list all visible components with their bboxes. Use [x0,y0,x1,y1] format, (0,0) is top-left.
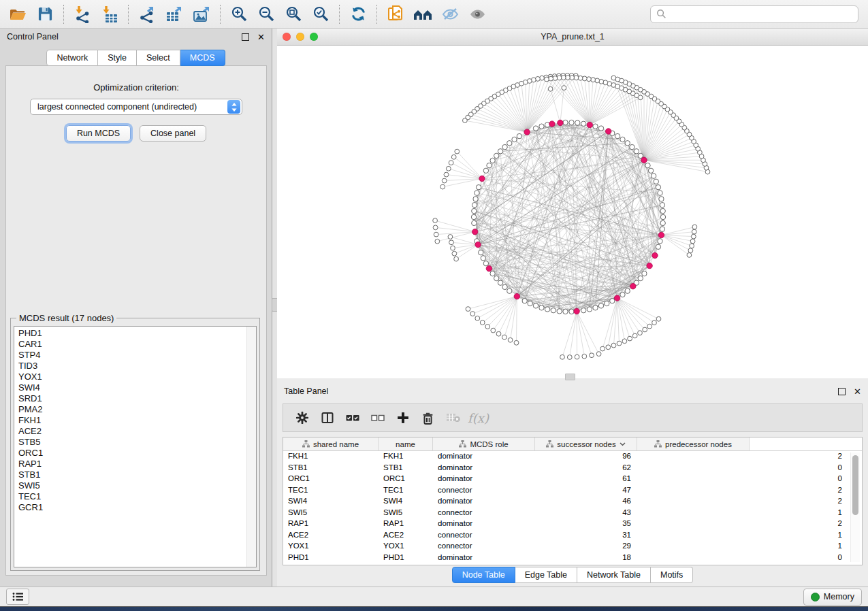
tab-select[interactable]: Select [137,50,180,66]
mcds-result-item[interactable]: ACE2 [18,426,256,437]
mcds-result-item[interactable]: PHD1 [18,328,256,339]
node-table: shared namenameMCDS rolesuccessor nodesp… [283,437,863,565]
network-title-bar[interactable]: YPA_prune.txt_1 [277,29,868,46]
search-icon [656,9,666,19]
table-settings-button[interactable] [291,408,312,428]
save-button[interactable] [31,3,59,26]
memory-button[interactable]: Memory [803,589,862,606]
status-bar: Memory [0,587,868,606]
table-row[interactable]: YOX1YOX1connector291 [283,540,862,552]
table-row[interactable]: ACE2ACE2connector311 [283,529,862,541]
mcds-result-item[interactable]: YOX1 [18,371,256,382]
mcds-result-item[interactable]: FKH1 [18,415,256,426]
toolbar-separator [339,5,340,24]
search-box[interactable] [650,5,858,23]
table-row[interactable]: TEC1TEC1connector472 [283,484,862,496]
select-all-button[interactable] [342,408,363,428]
mcds-result-item[interactable]: SWI5 [18,480,256,491]
run-mcds-button[interactable]: Run MCDS [66,125,131,142]
selected-criterion-value: largest connected component (undirected) [37,102,225,112]
table-row[interactable]: STB1STB1dominator620 [283,462,862,474]
export-image-icon [193,5,211,23]
open-button[interactable] [4,3,31,26]
toolbar-separator [220,5,221,24]
zoom-selected-button[interactable] [307,3,334,26]
table-row[interactable]: SWI4SWI4dominator462 [283,495,862,507]
table-row[interactable]: RAP1RAP1dominator352 [283,518,862,529]
zoom-fit-button[interactable] [280,3,307,26]
mcds-result-item[interactable]: CAR1 [18,339,256,350]
column-type-icon [546,440,553,448]
splitter-grip[interactable] [565,374,575,380]
tab-motifs[interactable]: Motifs [651,567,693,583]
mcds-result-list[interactable]: PHD1CAR1STP4TID3YOX1SWI4SRD1PMA2FKH1ACE2… [14,326,257,567]
zoom-in-icon [231,5,248,22]
table-row[interactable]: ORC1ORC1dominator610 [283,473,862,484]
network-canvas[interactable] [277,46,868,379]
mcds-result-item[interactable]: ORC1 [18,448,256,459]
hide-selected-button[interactable] [436,3,464,26]
mcds-result-item[interactable]: STB5 [18,437,256,448]
export-table-button[interactable] [161,3,188,26]
table-tabs: Node TableEdge TableNetwork TableMotifs [277,567,868,583]
tab-node-table[interactable]: Node Table [452,567,515,583]
table-panel-header: Table Panel ✕ [277,383,868,399]
unselect-all-button[interactable] [367,408,388,428]
mcds-result-item[interactable]: RAP1 [18,459,256,469]
tab-style[interactable]: Style [98,50,137,66]
table-panel: Table Panel ✕ [277,383,868,587]
table-row[interactable]: FKH1FKH1dominator962 [283,450,862,462]
refresh-button[interactable] [344,3,372,26]
tab-network[interactable]: Network [46,50,98,66]
import-table-button[interactable] [96,3,123,26]
table-row[interactable]: PHD1PHD1dominator180 [283,552,862,563]
tab-mcds[interactable]: MCDS [180,50,225,66]
float-panel-icon[interactable] [838,388,846,395]
control-panel-tabs: NetworkStyleSelectMCDS [0,50,272,66]
mcds-result-item[interactable]: TEC1 [18,491,256,502]
status-menu-button[interactable] [6,589,29,605]
column-header-successor-nodes[interactable]: successor nodes [535,437,637,450]
clone-network-button[interactable] [382,3,409,26]
close-panel-button[interactable]: Close panel [140,125,206,142]
mcds-result-item[interactable]: PMA2 [18,404,256,415]
column-header-shared-name[interactable]: shared name [283,437,379,450]
zoom-in-button[interactable] [225,3,253,26]
show-all-button[interactable] [464,3,491,26]
table-scrollbar[interactable] [850,452,860,562]
mcds-result-item[interactable]: SWI4 [18,382,256,393]
mcds-result-item[interactable]: SRD1 [18,393,256,404]
sort-indicator-icon [620,442,626,446]
add-column-button[interactable] [392,408,413,428]
hide-selected-eye-icon [441,7,460,22]
float-panel-icon[interactable] [242,33,249,41]
first-neighbors-button[interactable] [409,3,436,26]
open-folder-icon [9,6,27,22]
column-header-predecessor-nodes[interactable]: predecessor nodes [637,437,750,450]
list-scrollbar[interactable] [246,327,256,567]
mcds-result-item[interactable]: TID3 [18,361,256,371]
close-panel-icon[interactable]: ✕ [854,387,861,396]
tab-network-table[interactable]: Network Table [577,567,651,583]
zoom-fit-icon [285,5,302,22]
scrollbar-thumb[interactable] [852,455,858,515]
import-network-button[interactable] [69,3,96,26]
table-row[interactable]: SWI5SWI5connector431 [283,507,862,518]
zoom-out-button[interactable] [253,3,280,26]
show-column-button[interactable] [317,408,338,428]
search-input[interactable] [671,9,852,20]
column-header-MCDS-role[interactable]: MCDS role [433,437,535,450]
export-network-button[interactable] [133,3,161,26]
export-image-button[interactable] [188,3,215,26]
tab-edge-table[interactable]: Edge Table [515,567,577,583]
close-panel-icon[interactable]: ✕ [257,33,265,42]
list-menu-icon [12,592,24,601]
select-stepper-icon [227,100,240,114]
mcds-result-item[interactable]: STB1 [18,469,256,480]
main-toolbar [0,0,868,29]
optimization-criterion-select[interactable]: largest connected component (undirected) [30,99,242,115]
mcds-result-item[interactable]: STP4 [18,350,256,361]
column-header-name[interactable]: name [379,437,433,450]
mcds-result-item[interactable]: GCR1 [18,502,256,513]
delete-column-button[interactable] [417,408,438,428]
